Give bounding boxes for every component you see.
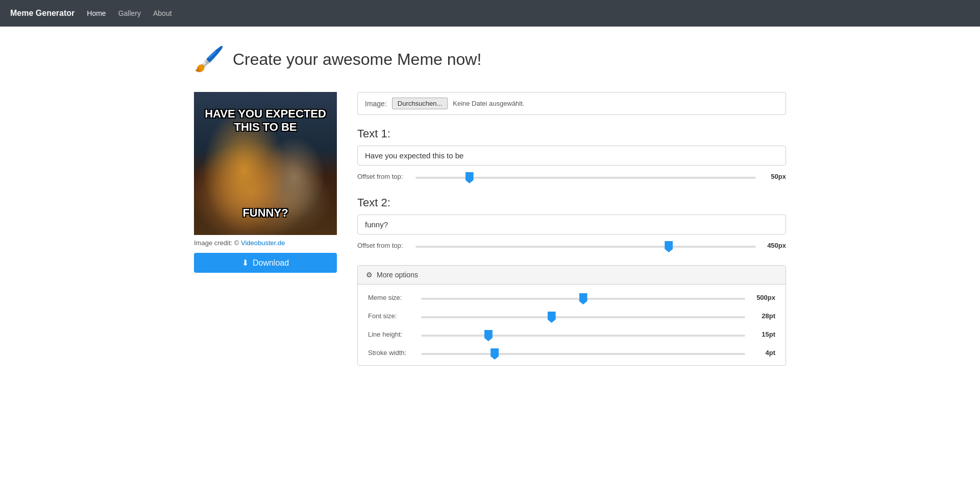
gear-icon: ⚙ [366,271,373,279]
text2-offset-row: Offset from top: 450px [357,241,786,250]
line-height-label: Line height: [368,330,414,338]
more-options-header: ⚙ More options [358,266,786,285]
font-size-slider-container [421,311,745,320]
line-height-value: 15pt [752,330,775,338]
page-container: 🖌️ Create your awesome Meme now! HAVE YO… [184,27,796,386]
image-label: Image: [365,100,387,108]
image-credit: Image credit: © Videobuster.de [194,239,337,247]
text1-offset-value: 50px [763,173,786,180]
nav-link-gallery[interactable]: Gallery [118,9,141,17]
text1-input[interactable] [357,146,786,166]
credit-link[interactable]: Videobuster.de [241,239,285,247]
stroke-width-slider[interactable] [421,353,745,355]
image-upload-row: Image: Durchsuchen... Keine Datei ausgew… [357,92,786,115]
meme-text-bottom: FUNNY? [194,206,337,220]
text2-offset-slider[interactable] [415,246,756,248]
page-header: 🖌️ Create your awesome Meme now! [194,47,786,72]
stroke-width-value: 4pt [752,349,775,357]
meme-size-slider[interactable] [421,298,745,300]
line-height-slider-container [421,329,745,339]
download-icon: ⬇ [242,258,249,268]
text2-input[interactable] [357,215,786,234]
no-file-text: Keine Datei ausgewählt. [453,100,524,107]
more-options-body: Meme size: 500px Font size: 28pt [358,285,786,365]
download-label: Download [253,258,289,268]
text2-label: Text 2: [357,196,786,209]
text1-offset-row: Offset from top: 50px [357,172,786,181]
meme-text-top: HAVE YOU EXPECTED THIS TO BE [194,107,337,134]
more-options-section: ⚙ More options Meme size: 500px Font s [357,265,786,366]
brush-icon: 🖌️ [194,47,225,72]
line-height-slider[interactable] [421,335,745,337]
meme-size-slider-container [421,293,745,302]
meme-size-row: Meme size: 500px [368,293,775,302]
font-size-slider[interactable] [421,316,745,318]
browse-button[interactable]: Durchsuchen... [392,98,448,109]
font-size-value: 28pt [752,312,775,320]
navbar: Meme Generator Home Gallery About [0,0,980,27]
line-height-row: Line height: 15pt [368,329,775,339]
meme-preview: HAVE YOU EXPECTED THIS TO BE FUNNY? [194,92,337,235]
font-size-row: Font size: 28pt [368,311,775,320]
main-layout: HAVE YOU EXPECTED THIS TO BE FUNNY? Imag… [194,92,786,366]
stroke-width-row: Stroke width: 4pt [368,348,775,357]
text2-slider-container [415,241,756,250]
text1-section: Text 1: Offset from top: 50px [357,127,786,181]
meme-size-value: 500px [752,294,775,301]
stroke-width-label: Stroke width: [368,349,414,357]
navbar-brand: Meme Generator [10,9,75,18]
stroke-width-slider-container [421,348,745,357]
nav-link-home[interactable]: Home [87,9,106,17]
meme-size-label: Meme size: [368,294,414,301]
left-panel: HAVE YOU EXPECTED THIS TO BE FUNNY? Imag… [194,92,337,273]
more-options-label: More options [377,271,418,279]
meme-canvas: HAVE YOU EXPECTED THIS TO BE FUNNY? [194,92,337,235]
right-panel: Image: Durchsuchen... Keine Datei ausgew… [357,92,786,366]
text2-offset-value: 450px [763,242,786,249]
page-title: Create your awesome Meme now! [233,50,481,69]
text1-offset-slider[interactable] [415,177,756,179]
download-button[interactable]: ⬇ Download [194,253,337,273]
text1-label: Text 1: [357,127,786,140]
text1-slider-container [415,172,756,181]
text1-offset-label: Offset from top: [357,173,408,180]
nav-link-about[interactable]: About [153,9,172,17]
text2-offset-label: Offset from top: [357,242,408,249]
font-size-label: Font size: [368,312,414,320]
text2-section: Text 2: Offset from top: 450px [357,196,786,250]
